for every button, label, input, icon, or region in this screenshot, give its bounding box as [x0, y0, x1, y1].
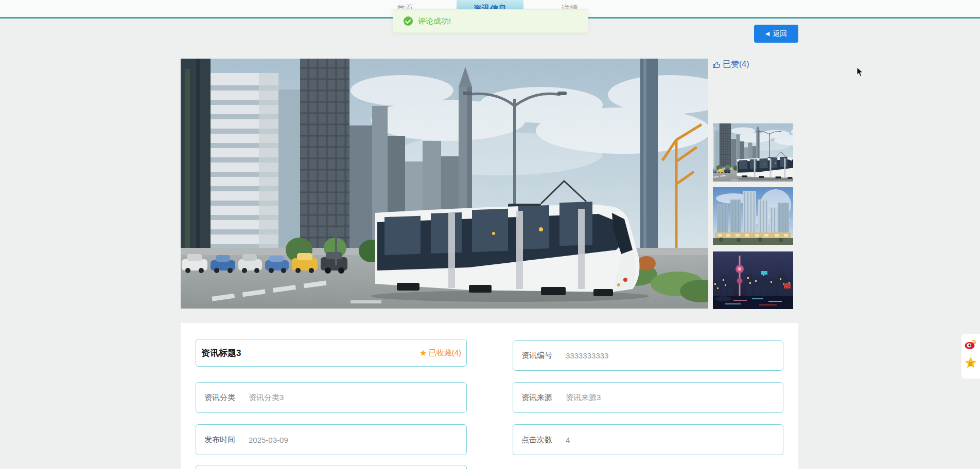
qzone-star-icon	[964, 356, 977, 369]
like-button[interactable]: 已赞(4)	[712, 58, 749, 70]
success-toast: 评论成功!	[393, 9, 588, 33]
page: 首页 资讯信息 详情 评论成功! ◀ 返回 已赞(4) 资讯标题3	[0, 0, 980, 469]
share-strip	[961, 334, 980, 378]
field-value: 资讯分类3	[249, 393, 284, 403]
field-news-source: 资讯来源 资讯来源3	[513, 382, 783, 413]
field-click-count: 点击次数 4	[513, 424, 783, 455]
toast-message: 评论成功!	[418, 16, 451, 26]
residential-towers-thumbnail	[713, 187, 793, 245]
favorite-label: 已收藏(4)	[429, 348, 461, 358]
field-label: 发布时间	[204, 435, 235, 445]
field-value: 3333333333	[566, 351, 608, 360]
field-value: 2025-03-09	[249, 436, 288, 444]
field-label: 资讯来源	[521, 393, 552, 403]
article-title: 资讯标题3	[201, 347, 241, 359]
field-news-number: 资讯编号 3333333333	[513, 340, 783, 371]
field-partial-next-row	[196, 465, 467, 469]
field-label: 资讯编号	[521, 351, 552, 360]
field-value: 资讯来源3	[566, 393, 601, 403]
hero-image	[181, 59, 708, 309]
thumb-up-icon	[712, 60, 721, 69]
like-label: 已赞(4)	[723, 59, 749, 70]
back-arrow-icon: ◀	[765, 31, 769, 37]
back-button[interactable]: ◀ 返回	[754, 25, 798, 43]
star-icon: ★	[419, 349, 427, 357]
mouse-cursor	[856, 67, 864, 77]
field-news-category: 资讯分类 资讯分类3	[196, 382, 467, 413]
night-skyline-thumbnail	[713, 251, 793, 309]
weibo-icon	[964, 337, 977, 351]
success-check-icon	[404, 16, 413, 26]
field-publish-time: 发布时间 2025-03-09	[196, 424, 467, 455]
thumbnail-residential-towers[interactable]	[713, 187, 793, 245]
field-label: 点击次数	[521, 435, 552, 445]
favorite-button[interactable]: ★ 已收藏(4)	[419, 348, 461, 358]
weibo-share-button[interactable]	[964, 337, 977, 351]
title-field: 资讯标题3 ★ 已收藏(4)	[196, 339, 467, 367]
detail-panel: 资讯标题3 ★ 已收藏(4) 资讯编号 3333333333 资讯分类 资讯分类…	[181, 323, 798, 469]
field-value: 4	[566, 436, 570, 444]
field-label: 资讯分类	[204, 393, 235, 403]
thumbnail-night-skyline[interactable]	[713, 251, 793, 309]
city-tram-thumbnail	[713, 123, 793, 182]
city-tram-photo	[181, 59, 708, 309]
qzone-share-button[interactable]	[964, 356, 977, 369]
thumbnail-city-tram[interactable]	[713, 123, 793, 182]
back-button-label: 返回	[773, 29, 787, 39]
